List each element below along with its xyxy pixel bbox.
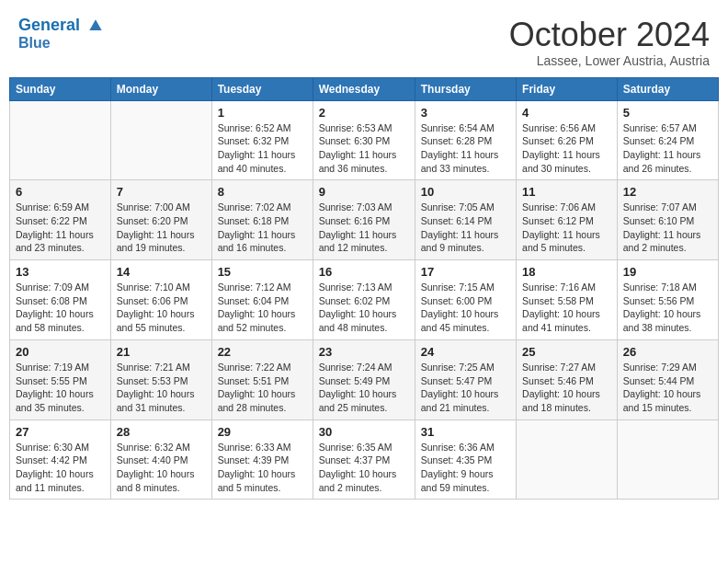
calendar-cell: 17Sunrise: 7:15 AM Sunset: 6:00 PM Dayli… (415, 260, 516, 340)
calendar-week-row: 1Sunrise: 6:52 AM Sunset: 6:32 PM Daylig… (10, 100, 719, 180)
calendar-table: SundayMondayTuesdayWednesdayThursdayFrid… (9, 77, 719, 500)
day-number: 26 (623, 345, 712, 359)
calendar-cell (10, 100, 111, 180)
day-number: 23 (319, 345, 409, 359)
calendar-week-row: 20Sunrise: 7:19 AM Sunset: 5:55 PM Dayli… (10, 339, 719, 419)
day-number: 24 (421, 345, 510, 359)
cell-info: Sunrise: 6:59 AM Sunset: 6:22 PM Dayligh… (16, 201, 105, 255)
day-number: 19 (623, 265, 712, 279)
cell-info: Sunrise: 7:09 AM Sunset: 6:08 PM Dayligh… (16, 281, 105, 335)
logo: General Blue (18, 17, 105, 52)
calendar-cell: 18Sunrise: 7:16 AM Sunset: 5:58 PM Dayli… (517, 260, 618, 340)
day-number: 17 (421, 265, 510, 279)
day-number: 16 (319, 265, 409, 279)
day-number: 1 (218, 106, 307, 120)
cell-info: Sunrise: 7:27 AM Sunset: 5:46 PM Dayligh… (522, 361, 611, 415)
cell-info: Sunrise: 7:24 AM Sunset: 5:49 PM Dayligh… (319, 361, 409, 415)
cell-info: Sunrise: 7:29 AM Sunset: 5:44 PM Dayligh… (623, 361, 712, 415)
cell-info: Sunrise: 7:18 AM Sunset: 5:56 PM Dayligh… (623, 281, 712, 335)
calendar-cell: 29Sunrise: 6:33 AM Sunset: 4:39 PM Dayli… (211, 419, 313, 500)
day-number: 18 (522, 265, 611, 279)
page-header: General Blue October 2024 Lassee, Lower … (9, 9, 719, 72)
weekday-header-cell: Wednesday (313, 77, 415, 100)
day-number: 8 (218, 185, 307, 199)
calendar-cell: 11Sunrise: 7:06 AM Sunset: 6:12 PM Dayli… (517, 180, 618, 260)
calendar-cell: 1Sunrise: 6:52 AM Sunset: 6:32 PM Daylig… (211, 100, 313, 180)
calendar-week-row: 6Sunrise: 6:59 AM Sunset: 6:22 PM Daylig… (10, 180, 719, 260)
day-number: 25 (522, 345, 611, 359)
cell-info: Sunrise: 7:15 AM Sunset: 6:00 PM Dayligh… (421, 281, 510, 335)
calendar-week-row: 13Sunrise: 7:09 AM Sunset: 6:08 PM Dayli… (10, 260, 719, 340)
day-number: 30 (319, 425, 409, 439)
calendar-cell: 28Sunrise: 6:32 AM Sunset: 4:40 PM Dayli… (110, 419, 211, 500)
cell-info: Sunrise: 6:52 AM Sunset: 6:32 PM Dayligh… (218, 121, 307, 176)
cell-info: Sunrise: 7:05 AM Sunset: 6:14 PM Dayligh… (421, 201, 510, 255)
calendar-cell: 24Sunrise: 7:25 AM Sunset: 5:47 PM Dayli… (415, 339, 516, 419)
day-number: 22 (218, 345, 307, 359)
calendar-cell: 6Sunrise: 6:59 AM Sunset: 6:22 PM Daylig… (10, 180, 111, 260)
cell-info: Sunrise: 7:00 AM Sunset: 6:20 PM Dayligh… (117, 201, 206, 255)
calendar-cell: 3Sunrise: 6:54 AM Sunset: 6:28 PM Daylig… (415, 100, 516, 180)
calendar-cell: 25Sunrise: 7:27 AM Sunset: 5:46 PM Dayli… (517, 339, 618, 419)
calendar-cell: 26Sunrise: 7:29 AM Sunset: 5:44 PM Dayli… (617, 339, 718, 419)
day-number: 4 (522, 106, 611, 120)
cell-info: Sunrise: 6:35 AM Sunset: 4:37 PM Dayligh… (319, 441, 409, 495)
day-number: 9 (319, 185, 409, 199)
svg-marker-0 (89, 20, 101, 31)
calendar-cell: 23Sunrise: 7:24 AM Sunset: 5:49 PM Dayli… (313, 339, 415, 419)
day-number: 12 (623, 185, 712, 199)
calendar-cell: 31Sunrise: 6:36 AM Sunset: 4:35 PM Dayli… (415, 419, 516, 500)
calendar-cell: 15Sunrise: 7:12 AM Sunset: 6:04 PM Dayli… (211, 260, 313, 340)
weekday-header-cell: Saturday (617, 77, 718, 100)
day-number: 3 (421, 106, 510, 120)
cell-info: Sunrise: 7:25 AM Sunset: 5:47 PM Dayligh… (421, 361, 510, 415)
calendar-cell: 2Sunrise: 6:53 AM Sunset: 6:30 PM Daylig… (313, 100, 415, 180)
calendar-cell: 22Sunrise: 7:22 AM Sunset: 5:51 PM Dayli… (211, 339, 313, 419)
calendar-cell (110, 100, 211, 180)
calendar-cell: 21Sunrise: 7:21 AM Sunset: 5:53 PM Dayli… (110, 339, 211, 419)
location: Lassee, Lower Austria, Austria (509, 53, 710, 68)
calendar-cell: 14Sunrise: 7:10 AM Sunset: 6:06 PM Dayli… (110, 260, 211, 340)
calendar-cell: 13Sunrise: 7:09 AM Sunset: 6:08 PM Dayli… (10, 260, 111, 340)
day-number: 20 (16, 345, 105, 359)
day-number: 13 (16, 265, 105, 279)
logo-text: General (18, 17, 105, 35)
day-number: 14 (117, 265, 206, 279)
cell-info: Sunrise: 7:07 AM Sunset: 6:10 PM Dayligh… (623, 201, 712, 255)
day-number: 27 (16, 425, 105, 439)
cell-info: Sunrise: 7:13 AM Sunset: 6:02 PM Dayligh… (319, 281, 409, 335)
day-number: 21 (117, 345, 206, 359)
cell-info: Sunrise: 7:03 AM Sunset: 6:16 PM Dayligh… (319, 201, 409, 255)
day-number: 5 (623, 106, 712, 120)
cell-info: Sunrise: 7:12 AM Sunset: 6:04 PM Dayligh… (218, 281, 307, 335)
day-number: 11 (522, 185, 611, 199)
cell-info: Sunrise: 6:33 AM Sunset: 4:39 PM Dayligh… (218, 441, 307, 495)
day-number: 7 (117, 185, 206, 199)
weekday-header-cell: Thursday (415, 77, 516, 100)
cell-info: Sunrise: 7:06 AM Sunset: 6:12 PM Dayligh… (522, 201, 611, 255)
month-title: October 2024 (509, 17, 710, 53)
cell-info: Sunrise: 6:53 AM Sunset: 6:30 PM Dayligh… (319, 121, 409, 176)
calendar-week-row: 27Sunrise: 6:30 AM Sunset: 4:42 PM Dayli… (10, 419, 719, 500)
calendar-cell (517, 419, 618, 500)
calendar-cell: 4Sunrise: 6:56 AM Sunset: 6:26 PM Daylig… (517, 100, 618, 180)
day-number: 31 (421, 425, 510, 439)
title-block: October 2024 Lassee, Lower Austria, Aust… (509, 17, 710, 68)
calendar-cell: 8Sunrise: 7:02 AM Sunset: 6:18 PM Daylig… (211, 180, 313, 260)
cell-info: Sunrise: 7:21 AM Sunset: 5:53 PM Dayligh… (117, 361, 206, 415)
calendar-cell: 7Sunrise: 7:00 AM Sunset: 6:20 PM Daylig… (110, 180, 211, 260)
cell-info: Sunrise: 7:19 AM Sunset: 5:55 PM Dayligh… (16, 361, 105, 415)
cell-info: Sunrise: 7:02 AM Sunset: 6:18 PM Dayligh… (218, 201, 307, 255)
cell-info: Sunrise: 7:22 AM Sunset: 5:51 PM Dayligh… (218, 361, 307, 415)
calendar-cell (617, 419, 718, 500)
day-number: 2 (319, 106, 409, 120)
calendar-cell: 19Sunrise: 7:18 AM Sunset: 5:56 PM Dayli… (617, 260, 718, 340)
cell-info: Sunrise: 6:36 AM Sunset: 4:35 PM Dayligh… (421, 441, 510, 495)
day-number: 10 (421, 185, 510, 199)
calendar-body: 1Sunrise: 6:52 AM Sunset: 6:32 PM Daylig… (10, 100, 719, 500)
day-number: 6 (16, 185, 105, 199)
cell-info: Sunrise: 6:54 AM Sunset: 6:28 PM Dayligh… (421, 121, 510, 176)
weekday-header-cell: Monday (110, 77, 211, 100)
cell-info: Sunrise: 7:16 AM Sunset: 5:58 PM Dayligh… (522, 281, 611, 335)
cell-info: Sunrise: 6:30 AM Sunset: 4:42 PM Dayligh… (16, 441, 105, 495)
